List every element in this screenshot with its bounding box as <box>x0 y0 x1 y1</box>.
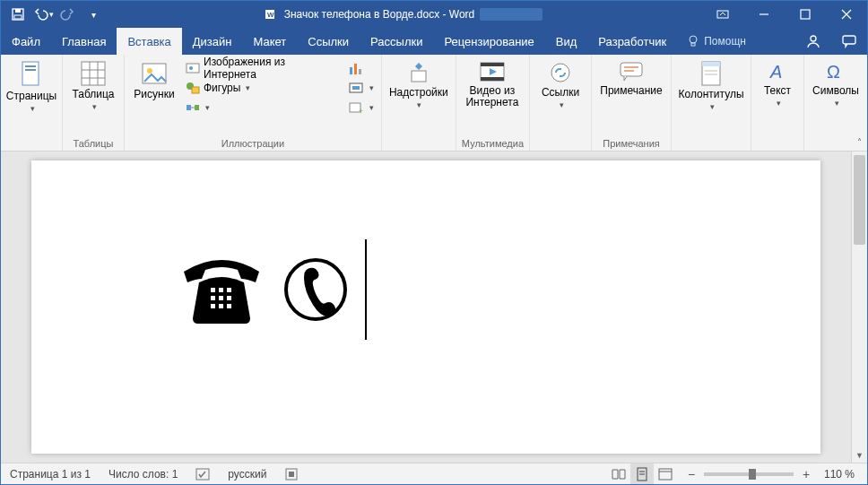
group-headerfooter: Колонтитулы▾ <box>672 55 751 151</box>
svg-rect-54 <box>227 288 231 292</box>
svg-rect-40 <box>481 63 504 66</box>
addins-button[interactable]: Надстройки▾ <box>387 58 450 109</box>
group-comments: Примечание Примечания <box>592 55 672 151</box>
group-links: Ссылки▾ <box>530 55 592 151</box>
word-app-icon: W <box>265 7 279 22</box>
svg-point-24 <box>147 68 152 74</box>
svg-rect-57 <box>227 296 231 300</box>
tab-developer[interactable]: Разработчик <box>587 28 677 55</box>
tab-references[interactable]: Ссылки <box>297 28 360 55</box>
web-layout-button[interactable] <box>654 463 677 485</box>
chart-button[interactable] <box>346 58 376 78</box>
tab-layout[interactable]: Макет <box>242 28 297 55</box>
zoom-out-button[interactable]: − <box>684 467 699 481</box>
tab-design[interactable]: Дизайн <box>182 28 243 55</box>
svg-rect-38 <box>412 71 426 82</box>
scroll-thumb[interactable] <box>854 155 865 245</box>
tab-review[interactable]: Рецензирование <box>433 28 544 55</box>
lightbulb-icon <box>686 34 700 48</box>
svg-rect-28 <box>192 87 199 93</box>
tab-home[interactable]: Главная <box>51 28 117 55</box>
zoom-in-button[interactable]: + <box>799 467 813 481</box>
title-area: W Значок телефона в Ворде.docx - Word <box>105 7 702 22</box>
icons-button[interactable]: +▾ <box>346 98 376 117</box>
tell-me-placeholder: Помощн <box>704 35 746 48</box>
window-controls <box>702 1 867 28</box>
spellcheck-icon <box>195 467 210 481</box>
smartart-icon <box>186 100 200 115</box>
macro-recording-button[interactable] <box>275 467 308 481</box>
minimize-button[interactable] <box>743 1 785 28</box>
comment-button[interactable]: Примечание <box>597 58 665 97</box>
word-count[interactable]: Число слов: 1 <box>100 468 187 481</box>
vertical-scrollbar[interactable]: ▲ ▼ <box>851 152 867 463</box>
tell-me-input[interactable]: Помощн <box>677 28 755 55</box>
online-video-button[interactable]: Видео из Интернета <box>462 58 523 108</box>
svg-rect-43 <box>621 63 642 76</box>
document-scroll-area[interactable] <box>1 152 851 463</box>
comments-button[interactable] <box>831 28 867 55</box>
svg-rect-14 <box>843 36 855 44</box>
links-button[interactable]: Ссылки▾ <box>535 58 586 109</box>
undo-button[interactable]: ▾ <box>31 4 55 25</box>
pictures-button[interactable]: Рисунки <box>130 58 178 100</box>
group-label <box>535 147 586 149</box>
close-button[interactable] <box>826 1 867 28</box>
svg-rect-53 <box>219 288 223 292</box>
svg-text:W: W <box>267 11 274 19</box>
page-info[interactable]: Страница 1 из 1 <box>1 468 100 481</box>
svg-point-61 <box>286 260 345 319</box>
tab-insert[interactable]: Вставка <box>117 28 181 55</box>
spellcheck-button[interactable] <box>187 467 219 481</box>
tab-view[interactable]: Вид <box>545 28 588 55</box>
addins-icon <box>406 60 431 85</box>
table-button[interactable]: Таблица▾ <box>68 58 118 111</box>
group-media: Видео из Интернета Мультимедиа <box>456 55 530 151</box>
svg-rect-58 <box>211 304 215 308</box>
svg-point-11 <box>690 36 697 43</box>
qat-customize-button[interactable]: ▾ <box>82 4 105 25</box>
redo-button[interactable] <box>56 4 80 25</box>
svg-rect-59 <box>219 304 223 308</box>
symbols-button[interactable]: Ω Символы▾ <box>810 58 862 108</box>
zoom-slider[interactable] <box>704 472 794 476</box>
svg-rect-30 <box>195 105 199 110</box>
document-page[interactable] <box>31 160 820 454</box>
maximize-button[interactable] <box>785 1 826 28</box>
group-label <box>387 147 450 149</box>
tab-file[interactable]: Файл <box>1 28 51 55</box>
account-placeholder <box>480 8 542 21</box>
group-symbols: Ω Символы▾ <box>804 55 867 151</box>
collapse-ribbon-button[interactable]: ˄ <box>857 137 862 147</box>
svg-text:Ω: Ω <box>827 62 840 82</box>
headerfooter-icon <box>699 60 724 87</box>
video-icon <box>479 60 506 83</box>
group-label <box>757 147 798 149</box>
read-mode-button[interactable] <box>607 463 630 485</box>
shapes-button[interactable]: Фигуры▾ <box>184 78 337 98</box>
tab-mailings[interactable]: Рассылки <box>360 28 433 55</box>
header-footer-button[interactable]: Колонтитулы▾ <box>677 58 745 111</box>
save-button[interactable] <box>6 4 30 25</box>
online-pictures-button[interactable]: Изображения из Интернета <box>184 58 337 78</box>
svg-rect-52 <box>211 288 215 292</box>
svg-rect-56 <box>219 296 223 300</box>
ribbon: Страницы▾ Таблица▾ Таблицы Рисунки Изобр… <box>1 55 867 152</box>
chart-icon <box>348 60 364 76</box>
zoom-slider-knob[interactable] <box>749 469 756 480</box>
screenshot-button[interactable]: ▾ <box>346 78 376 98</box>
pages-button[interactable]: Страницы▾ <box>6 58 56 113</box>
smartart-button[interactable]: ▾ <box>184 98 337 117</box>
share-button[interactable] <box>795 28 831 55</box>
phone-handset-circle-icon <box>282 256 349 323</box>
language-button[interactable]: русский <box>219 468 275 481</box>
ribbon-display-options-button[interactable] <box>702 1 743 28</box>
text-icon: A <box>766 60 789 83</box>
print-layout-button[interactable] <box>630 463 654 485</box>
document-content <box>177 239 367 340</box>
zoom-level[interactable]: 110 % <box>819 468 860 481</box>
text-cursor <box>365 239 367 340</box>
text-button[interactable]: A Текст▾ <box>757 58 798 108</box>
scroll-down-button[interactable]: ▼ <box>852 448 867 463</box>
group-addins: Надстройки▾ <box>382 55 456 151</box>
